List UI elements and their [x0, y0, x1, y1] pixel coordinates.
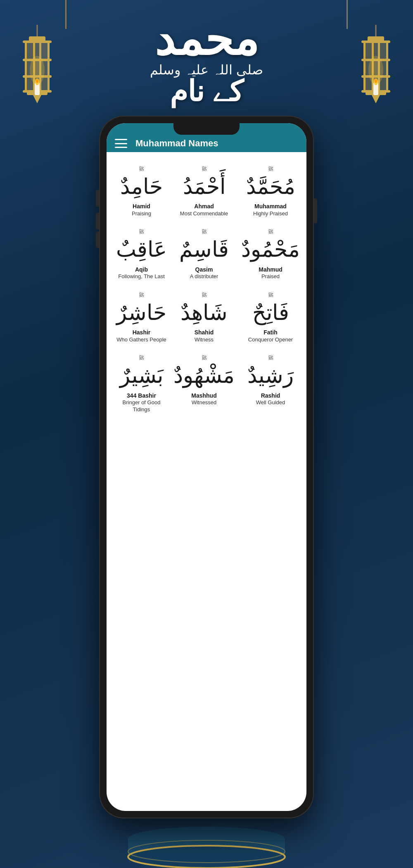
- phone-notch: [173, 123, 240, 135]
- salawat-text: ﷺ: [268, 293, 273, 297]
- name-card-shahid[interactable]: ﷺشَاهِدٌShahidWitness: [170, 286, 238, 349]
- pedestal: [124, 827, 289, 868]
- name-meaning: Praising: [132, 210, 151, 217]
- names-grid: ﷺحَامِدٌHamidPraisingﷺأَحْمَدُAhmadMost …: [107, 156, 306, 424]
- content-area: ﷺحَامِدٌHamidPraisingﷺأَحْمَدُAhmadMost …: [107, 152, 306, 428]
- english-name: Ahmad: [194, 203, 214, 210]
- app-title: Muhammad Names: [135, 138, 218, 149]
- salawat-text: ﷺ: [202, 293, 206, 297]
- urdu-calligraphy-main: محمد: [0, 17, 413, 62]
- name-meaning: Witness: [195, 336, 214, 343]
- name-card-mashhud[interactable]: ﷺمَشْهُودٌMashhudWitnessed: [170, 349, 238, 419]
- name-card-qasim[interactable]: ﷺقَاسِمٌQasimA distributer: [170, 223, 238, 286]
- salawat-text: ﷺ: [139, 293, 144, 297]
- arabic-name: مَشْهُودٌ: [173, 362, 235, 388]
- name-card-ahmad[interactable]: ﷺأَحْمَدُAhmadMost Commendable: [170, 160, 238, 223]
- salawat-text: ﷺ: [202, 229, 206, 234]
- english-name: Hashir: [133, 329, 151, 336]
- salawat-text: ﷺ: [268, 229, 273, 234]
- english-name: 344 Bashir: [127, 392, 156, 399]
- arabic-name: حَاشِرٌ: [116, 300, 166, 325]
- arabic-name: أَحْمَدُ: [183, 174, 225, 199]
- arabic-name: فَاتِحٌ: [252, 300, 289, 325]
- arabic-name: حَامِدٌ: [120, 174, 163, 199]
- salawat-text: ﷺ: [139, 167, 144, 171]
- arabic-name: مَحْمُودٌ: [241, 236, 300, 262]
- salawat-text: ﷺ: [268, 355, 273, 360]
- arabic-name: عَاقِبٌ: [116, 236, 167, 262]
- name-meaning: Conqueror Opener: [248, 336, 293, 343]
- salawat-text: ﷺ: [202, 167, 206, 171]
- name-meaning: Well Guided: [256, 399, 285, 406]
- name-card-fatih[interactable]: ﷺفَاتِحٌFatihConqueror Opener: [238, 286, 303, 349]
- name-card-mahmud[interactable]: ﷺمَحْمُودٌMahmudPraised: [238, 223, 303, 286]
- phone-frame: Muhammad Names ﷺحَامِدٌHamidPraisingﷺأَح…: [99, 116, 314, 818]
- name-meaning: Who Gathers People: [116, 336, 166, 343]
- arabic-name: قَاسِمٌ: [179, 236, 229, 262]
- name-card-hashir[interactable]: ﷺحَاشِرٌHashirWho Gathers People: [113, 286, 170, 349]
- arabic-name: رَشِيدٌ: [247, 362, 294, 388]
- salawat-text: ﷺ: [139, 355, 144, 360]
- name-card-bashir[interactable]: ﷺبَشِيرٌ344 BashirBringer of Good Tiding…: [113, 349, 170, 419]
- name-meaning: Highly Praised: [253, 210, 288, 217]
- phone-screen: Muhammad Names ﷺحَامِدٌHamidPraisingﷺأَح…: [107, 123, 306, 811]
- english-name: Shahid: [195, 329, 214, 336]
- name-card-hamid[interactable]: ﷺحَامِدٌHamidPraising: [113, 160, 170, 223]
- english-name: Qasim: [195, 266, 213, 273]
- menu-button[interactable]: [115, 139, 127, 148]
- english-name: Mashhud: [191, 392, 216, 399]
- arabic-name: بَشِيرٌ: [120, 362, 163, 388]
- arabic-name: شَاهِدٌ: [180, 300, 228, 325]
- phone-container: Muhammad Names ﷺحَامِدٌHamidPraisingﷺأَح…: [99, 116, 314, 818]
- english-name: Rashid: [261, 392, 280, 399]
- english-name: Hamid: [133, 203, 150, 210]
- salawat-text: ﷺ: [202, 355, 206, 360]
- english-name: Mahmud: [259, 266, 282, 273]
- name-meaning: Praised: [261, 273, 280, 280]
- title-area: محمد صلی اللہ علیہ وسلم کے نام: [0, 17, 413, 107]
- name-meaning: Most Commendable: [180, 210, 228, 217]
- name-meaning: Bringer of Good Tidings: [116, 399, 167, 413]
- name-card-rashid[interactable]: ﷺرَشِيدٌRashidWell Guided: [238, 349, 303, 419]
- arabic-name: مُحَمَّدٌ: [246, 174, 295, 199]
- english-name: Aqib: [135, 266, 148, 273]
- name-meaning: Following, The Last: [118, 273, 165, 280]
- name-card-aqib[interactable]: ﷺعَاقِبٌAqibFollowing, The Last: [113, 223, 170, 286]
- english-name: Fatih: [263, 329, 277, 336]
- name-meaning: A distributer: [190, 273, 218, 280]
- english-name: Muhammad: [254, 203, 287, 210]
- urdu-subtitle: کے نام: [0, 76, 413, 107]
- salawat-text: ﷺ: [139, 229, 144, 234]
- name-meaning: Witnessed: [192, 399, 217, 406]
- name-card-muhammad[interactable]: ﷺمُحَمَّدٌMuhammadHighly Praised: [238, 160, 303, 223]
- salawat-text: ﷺ: [268, 167, 273, 171]
